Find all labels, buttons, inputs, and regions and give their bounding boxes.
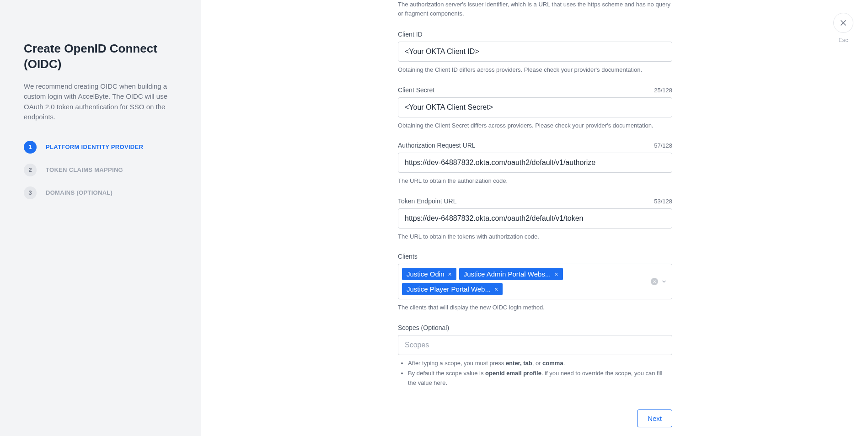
main-panel: Esc The authorization server's issuer id… [201,0,868,436]
client-chip: Justice Admin Portal Webs... × [459,268,563,280]
auth-url-help: The URL to obtain the authorization code… [398,176,672,186]
clients-clear-icon[interactable]: ✕ [651,278,658,285]
field-auth-url: Authorization Request URL 57/128 The URL… [398,142,672,186]
wizard-sidebar: Create OpenID Connect (OIDC) We recommen… [0,0,201,436]
chip-label: Justice Odin [407,270,445,278]
step-number: 1 [24,141,37,154]
chip-remove-icon[interactable]: × [448,271,452,278]
client-id-input[interactable] [398,42,672,62]
field-client-secret: Client Secret 25/128 Obtaining the Clien… [398,86,672,130]
client-secret-label: Client Secret [398,86,434,94]
close-button[interactable] [833,13,853,33]
client-secret-help: Obtaining the Client Secret differs acro… [398,121,672,130]
field-client-id: Client ID Obtaining the Client ID differ… [398,31,672,74]
footer-divider [398,401,672,401]
clients-label: Clients [398,253,418,260]
wizard-steps: 1 PLATFORM IDENTITY PROVIDER 2 TOKEN CLA… [24,141,177,199]
field-token-url: Token Endpoint URL 53/128 The URL to obt… [398,197,672,241]
clients-multiselect[interactable]: Justice Odin × Justice Admin Portal Webs… [398,264,672,299]
client-id-help: Obtaining the Client ID differs across p… [398,65,672,74]
client-chip: Justice Player Portal Web... × [402,283,503,295]
scopes-help-item: By default the scope value is openid ema… [408,369,672,388]
scopes-input[interactable] [398,335,672,355]
next-button[interactable]: Next [637,409,672,427]
issuer-help-text: The authorization server's issuer identi… [398,0,672,18]
step-label: DOMAINS (OPTIONAL) [46,189,113,196]
scopes-label: Scopes (Optional) [398,324,449,331]
chip-label: Justice Player Portal Web... [407,285,491,293]
step-label: PLATFORM IDENTITY PROVIDER [46,144,143,150]
client-secret-input[interactable] [398,97,672,117]
close-shortcut-label: Esc [838,37,848,43]
field-clients: Clients Justice Odin × Justice Admin Por… [398,253,672,312]
chip-remove-icon[interactable]: × [554,271,558,278]
client-chip: Justice Odin × [402,268,456,280]
chip-remove-icon[interactable]: × [494,286,498,293]
page-description: We recommend creating OIDC when building… [24,81,177,122]
step-label: TOKEN CLAIMS MAPPING [46,166,123,173]
scopes-help-list: After typing a scope, you must press ent… [398,359,672,388]
clients-help: The clients that will display the new OI… [398,303,672,312]
scopes-help-item: After typing a scope, you must press ent… [408,359,672,368]
chip-label: Justice Admin Portal Webs... [464,270,551,278]
token-url-input[interactable] [398,208,672,229]
client-secret-count: 25/128 [654,87,672,94]
step-number: 2 [24,164,37,176]
step-domains-optional[interactable]: 3 DOMAINS (OPTIONAL) [24,186,177,199]
token-url-label: Token Endpoint URL [398,197,456,205]
field-scopes: Scopes (Optional) After typing a scope, … [398,324,672,388]
token-url-count: 53/128 [654,198,672,205]
close-icon [839,18,848,27]
auth-url-count: 57/128 [654,142,672,149]
auth-url-label: Authorization Request URL [398,142,476,149]
step-number: 3 [24,186,37,199]
token-url-help: The URL to obtain the tokens with author… [398,232,672,241]
step-token-claims-mapping[interactable]: 2 TOKEN CLAIMS MAPPING [24,164,177,176]
chevron-down-icon[interactable] [661,278,667,285]
client-id-label: Client ID [398,31,423,38]
step-platform-identity-provider[interactable]: 1 PLATFORM IDENTITY PROVIDER [24,141,177,154]
auth-url-input[interactable] [398,153,672,173]
page-title: Create OpenID Connect (OIDC) [24,41,177,72]
